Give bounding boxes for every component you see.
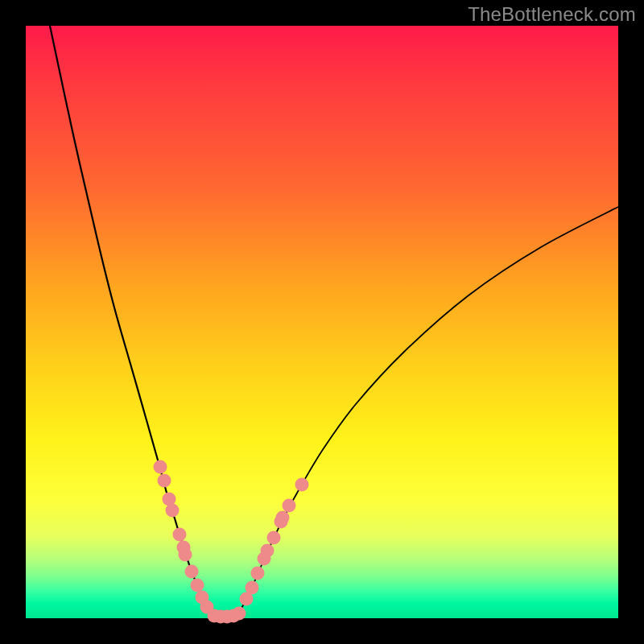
data-dot [185,565,199,579]
data-dot [179,548,192,562]
data-dot [233,607,246,621]
data-dot [251,567,265,580]
data-dot [191,579,204,592]
data-dot [166,504,180,518]
data-dot [154,460,167,474]
data-dot [158,474,171,488]
data-dot [283,499,296,513]
data-dot [173,528,187,542]
curve-plot [26,26,618,618]
watermark-text: TheBottleneck.com [468,3,636,26]
plot-area [26,26,618,618]
chart-frame: TheBottleneck.com [0,0,644,644]
data-dot [295,478,309,492]
left-branch-curve [50,26,212,615]
data-dot [276,511,290,525]
data-dots [154,460,309,624]
data-dot [246,581,259,595]
right-branch-curve [237,207,618,615]
data-dot [261,544,275,558]
data-dot [267,531,281,545]
